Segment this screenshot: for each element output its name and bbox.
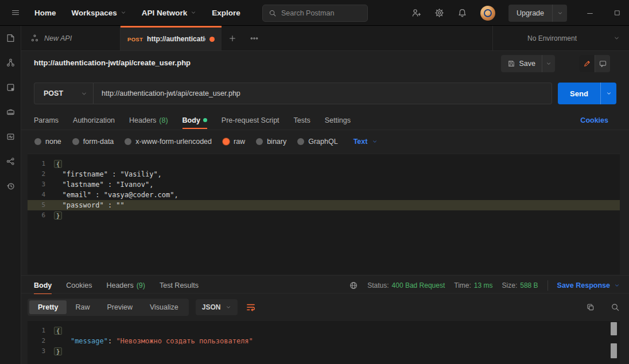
add-tab-button[interactable]	[222, 26, 243, 50]
copy-icon[interactable]	[586, 303, 595, 312]
response-toolbar: Pretty Raw Preview Visualize JSON	[28, 298, 620, 317]
environment-label: No Environment	[527, 34, 614, 42]
send-button[interactable]: Send	[558, 83, 600, 104]
sidebar-item-mock-servers[interactable]	[0, 100, 21, 124]
save-floppy-icon	[507, 60, 515, 68]
editor-line: 6 }	[28, 210, 620, 221]
main-nav: Home Workspaces API Network Explore	[34, 9, 240, 17]
view-pretty[interactable]: Pretty	[29, 300, 67, 314]
response-tab-headers[interactable]: Headers(9)	[106, 281, 145, 289]
invite-user-icon[interactable]	[411, 8, 421, 18]
sidebar-item-history[interactable]	[0, 174, 21, 198]
json-value: "Невозможно создать пользователя"	[116, 337, 253, 345]
nav-workspaces[interactable]: Workspaces	[72, 9, 126, 17]
tab-tests[interactable]: Tests	[294, 116, 310, 124]
response-tab-test-results[interactable]: Test Results	[160, 281, 199, 289]
tab-headers[interactable]: Headers(8)	[129, 116, 168, 124]
minimize-icon[interactable]	[586, 9, 594, 17]
mode-form-data[interactable]: form-data	[72, 138, 114, 146]
edit-pencil-button[interactable]	[579, 55, 595, 72]
tab-options-ellipsis-icon[interactable]	[243, 26, 265, 50]
tab-new-api[interactable]: New API	[21, 26, 121, 50]
nav-home-label: Home	[34, 9, 56, 17]
close-brace[interactable]: }	[54, 347, 62, 355]
response-tab-cookies[interactable]: Cookies	[66, 281, 92, 289]
close-brace[interactable]: }	[54, 212, 62, 220]
tab-label: Body	[183, 116, 200, 124]
sidebar-item-collections[interactable]	[0, 26, 21, 50]
search-icon	[269, 9, 277, 17]
scrollbar-mark[interactable]	[611, 322, 617, 335]
user-avatar[interactable]	[480, 6, 495, 21]
postman-window: Home Workspaces API Network Explore Upgr…	[0, 0, 629, 364]
save-options-chevron[interactable]	[542, 55, 555, 72]
tab-body[interactable]: Body	[183, 116, 207, 124]
wrap-text-icon[interactable]	[246, 302, 256, 312]
top-bar-right: Upgrade	[411, 0, 621, 26]
hamburger-menu-icon[interactable]	[7, 8, 24, 17]
editor-line: 1 {	[28, 326, 620, 336]
search-input[interactable]	[281, 9, 356, 17]
tab-label: Pre-request Script	[222, 116, 279, 124]
open-brace[interactable]: {	[54, 327, 62, 335]
response-body-editor[interactable]: 1 { 2 "message": "Невозможно создать пол…	[28, 321, 620, 364]
tab-settings[interactable]: Settings	[325, 116, 351, 124]
tab-pre-request-script[interactable]: Pre-request Script	[222, 116, 279, 124]
search-response-icon[interactable]	[611, 303, 620, 312]
notifications-bell-icon[interactable]	[457, 8, 467, 18]
save-response-button[interactable]: Save Response	[557, 281, 620, 289]
view-preview[interactable]: Preview	[98, 300, 141, 314]
sidebar-item-apis[interactable]	[0, 50, 21, 75]
cookies-link[interactable]: Cookies	[580, 116, 608, 124]
send-options-chevron[interactable]	[600, 83, 616, 104]
upgrade-label: Upgrade	[508, 9, 552, 17]
nav-api-network[interactable]: API Network	[142, 9, 197, 17]
method-selector[interactable]: POST	[34, 83, 93, 104]
open-brace[interactable]: {	[54, 160, 62, 168]
view-visualize[interactable]: Visualize	[141, 300, 187, 314]
globe-icon[interactable]	[349, 281, 358, 290]
global-search[interactable]	[262, 5, 368, 22]
mode-label: raw	[234, 138, 245, 146]
environment-selector[interactable]: No Environment	[492, 26, 629, 50]
mode-label: none	[45, 138, 61, 146]
time-badge: Time:13 ms	[454, 281, 492, 289]
view-raw[interactable]: Raw	[67, 300, 98, 314]
method-label: POST	[44, 89, 81, 97]
tab-params[interactable]: Params	[34, 116, 59, 124]
maximize-icon[interactable]	[614, 9, 621, 17]
mode-binary[interactable]: binary	[256, 138, 286, 146]
radio-icon	[34, 138, 41, 145]
response-tab-body[interactable]: Body	[34, 281, 52, 289]
request-tabs: Params Authorization Headers(8) Body Pre…	[34, 111, 608, 130]
chevron-down-icon	[226, 304, 231, 310]
nav-home[interactable]: Home	[34, 9, 56, 17]
mode-none[interactable]: none	[34, 138, 61, 146]
scrollbar-mark[interactable]	[611, 343, 617, 358]
settings-gear-icon[interactable]	[434, 8, 444, 18]
nav-explore[interactable]: Explore	[212, 9, 240, 17]
response-scrollbar[interactable]	[611, 322, 617, 362]
time-label: Time:	[454, 281, 471, 289]
mode-x-www-form-urlencoded[interactable]: x-www-form-urlencoded	[125, 138, 212, 146]
sidebar-item-monitors[interactable]	[0, 124, 21, 149]
sidebar-item-environments[interactable]	[0, 75, 21, 100]
upgrade-button[interactable]: Upgrade	[508, 5, 567, 22]
sidebar-item-flows[interactable]	[0, 149, 21, 174]
request-body-editor[interactable]: 1 { 2 "firstname" : "Vasiliy", 3 "lastna…	[28, 154, 620, 275]
line-number: 5	[28, 200, 54, 210]
comment-button[interactable]	[595, 55, 610, 72]
raw-format-selector[interactable]: Text	[354, 138, 378, 146]
radio-selected-icon	[223, 138, 230, 145]
mode-raw[interactable]: raw	[223, 138, 245, 146]
url-input[interactable]	[93, 83, 552, 104]
request-url-row: POST Send	[34, 83, 616, 104]
mode-graphql[interactable]: GraphQL	[297, 138, 337, 146]
tab-authorization[interactable]: Authorization	[73, 116, 115, 124]
chevron-down-icon[interactable]	[552, 5, 567, 22]
save-button[interactable]: Save	[501, 55, 542, 72]
tab-method-badge: POST	[127, 36, 143, 42]
response-format-selector[interactable]: JSON	[196, 299, 238, 315]
mode-label: binary	[267, 138, 286, 146]
tab-active-request[interactable]: POST http://authentication-	[121, 26, 222, 50]
